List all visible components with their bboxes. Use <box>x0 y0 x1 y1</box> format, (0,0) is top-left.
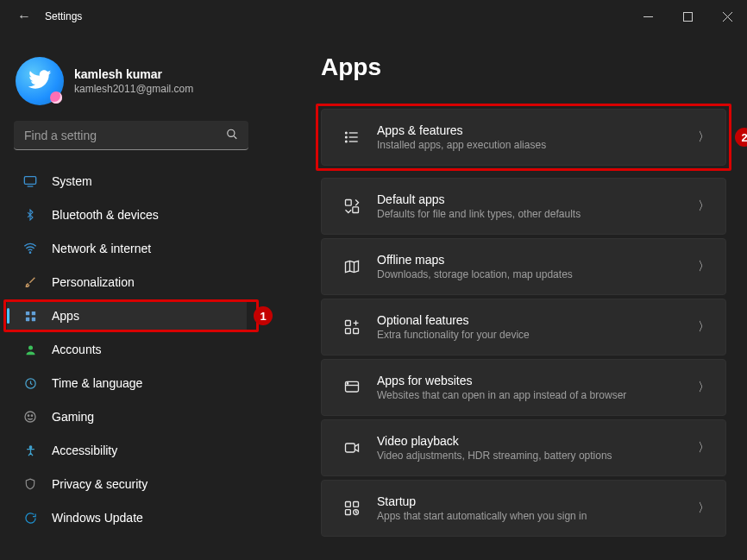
search-box <box>14 121 248 150</box>
sidebar-item-personalization[interactable]: Personalization <box>7 266 247 299</box>
card-offline-maps[interactable]: Offline maps Downloads, storage location… <box>321 238 726 295</box>
chevron-right-icon: 〉 <box>694 129 713 145</box>
nav-list: System Bluetooth & devices Network & int… <box>3 164 259 535</box>
card-title: Startup <box>377 494 694 508</box>
sidebar-item-label: Bluetooth & devices <box>52 208 159 222</box>
card-apps-features[interactable]: Apps & features Installed apps, app exec… <box>321 109 726 166</box>
person-icon <box>22 342 38 357</box>
user-name: kamlesh kumar <box>74 67 193 81</box>
svg-point-17 <box>31 415 32 416</box>
page-title: Apps <box>321 53 726 81</box>
sidebar-item-windows-update[interactable]: Windows Update <box>7 501 247 534</box>
wifi-icon <box>22 241 38 256</box>
bluetooth-icon <box>22 207 38 223</box>
svg-point-27 <box>346 141 348 142</box>
back-button[interactable]: ← <box>7 0 41 33</box>
sidebar-item-accessibility[interactable]: Accessibility <box>7 434 247 467</box>
svg-point-18 <box>29 445 32 448</box>
window-title: Settings <box>45 10 82 22</box>
chevron-right-icon: 〉 <box>694 380 713 395</box>
sidebar-item-bluetooth[interactable]: Bluetooth & devices <box>7 198 247 231</box>
bird-icon <box>26 66 53 93</box>
chevron-right-icon: 〉 <box>694 500 713 516</box>
svg-point-13 <box>28 345 33 349</box>
svg-rect-6 <box>24 177 35 185</box>
annotation-step-badge: 2 <box>735 128 747 147</box>
settings-card-list: Apps & features Installed apps, app exec… <box>321 109 726 537</box>
accessibility-icon <box>22 443 38 458</box>
card-subtitle: Installed apps, app execution aliases <box>377 139 694 151</box>
avatar <box>16 57 64 105</box>
card-startup[interactable]: Startup Apps that start automatically wh… <box>321 480 726 537</box>
card-title: Default apps <box>377 192 694 206</box>
card-subtitle: Websites that can open in an app instead… <box>377 389 694 401</box>
apps-icon <box>22 308 38 324</box>
svg-rect-32 <box>354 329 359 334</box>
minimize-button[interactable] <box>628 0 668 33</box>
sidebar-item-time[interactable]: Time & language <box>7 367 247 400</box>
svg-rect-29 <box>353 207 359 213</box>
chevron-right-icon: 〉 <box>694 198 713 214</box>
svg-point-4 <box>228 129 235 136</box>
annotation-step-badge: 1 <box>254 306 273 325</box>
svg-rect-39 <box>346 510 351 515</box>
card-apps-for-websites[interactable]: Apps for websites Websites that can open… <box>321 359 726 416</box>
back-arrow-icon: ← <box>17 9 31 24</box>
sidebar-item-label: Privacy & security <box>52 477 148 491</box>
sidebar-item-label: Gaming <box>52 410 94 424</box>
video-icon <box>334 439 370 456</box>
map-icon <box>334 258 370 275</box>
shield-icon <box>22 476 38 492</box>
sidebar-item-label: System <box>52 174 92 188</box>
svg-rect-38 <box>354 502 359 507</box>
close-icon <box>723 12 732 22</box>
sidebar-item-label: Personalization <box>52 275 135 289</box>
card-title: Video playback <box>377 434 694 448</box>
card-video-playback[interactable]: Video playback Video adjustments, HDR st… <box>321 419 726 476</box>
startup-icon <box>334 500 370 517</box>
card-title: Apps & features <box>377 123 694 137</box>
user-email: kamlesh2011@gmail.com <box>74 83 193 95</box>
svg-rect-31 <box>346 329 351 334</box>
sidebar-item-gaming[interactable]: Gaming <box>7 400 247 433</box>
svg-line-5 <box>234 136 236 139</box>
website-app-icon <box>334 379 370 396</box>
svg-rect-30 <box>346 321 351 326</box>
default-apps-icon <box>334 198 370 215</box>
sidebar-item-system[interactable]: System <box>7 165 247 198</box>
svg-point-26 <box>346 136 348 138</box>
sidebar-item-privacy[interactable]: Privacy & security <box>7 468 247 500</box>
sidebar-item-label: Time & language <box>52 376 142 390</box>
maximize-button[interactable] <box>668 0 707 33</box>
card-default-apps[interactable]: Default apps Defaults for file and link … <box>321 178 726 235</box>
card-title: Optional features <box>377 313 694 327</box>
update-icon <box>22 510 38 525</box>
svg-point-25 <box>346 132 348 134</box>
clock-icon <box>22 375 38 391</box>
sidebar: kamlesh kumar kamlesh2011@gmail.com Syst… <box>0 33 259 560</box>
card-optional-features[interactable]: Optional features Extra functionality fo… <box>321 299 726 356</box>
titlebar: ← Settings <box>0 0 747 33</box>
user-account-row[interactable]: kamlesh kumar kamlesh2011@gmail.com <box>3 41 259 117</box>
brush-icon <box>22 274 38 290</box>
svg-point-15 <box>25 412 35 422</box>
sidebar-item-network[interactable]: Network & internet <box>7 232 247 265</box>
search-icon <box>226 129 238 143</box>
search-input[interactable] <box>14 121 248 150</box>
maximize-icon <box>683 12 693 22</box>
chevron-right-icon: 〉 <box>694 440 713 456</box>
sidebar-item-apps[interactable]: Apps 1 <box>7 299 247 332</box>
sidebar-item-label: Accessibility <box>52 444 117 457</box>
svg-point-16 <box>28 415 28 416</box>
card-subtitle: Defaults for file and link types, other … <box>377 208 694 220</box>
card-title: Offline maps <box>377 253 694 267</box>
svg-point-8 <box>29 252 30 253</box>
main-content: Apps Apps & features Installed apps, app… <box>259 33 747 560</box>
svg-rect-36 <box>346 444 355 452</box>
svg-rect-37 <box>346 502 351 507</box>
sidebar-item-accounts[interactable]: Accounts <box>7 333 247 366</box>
card-subtitle: Downloads, storage location, map updates <box>377 268 694 280</box>
chevron-right-icon: 〉 <box>694 319 713 335</box>
system-icon <box>22 173 38 189</box>
close-button[interactable] <box>707 0 747 33</box>
